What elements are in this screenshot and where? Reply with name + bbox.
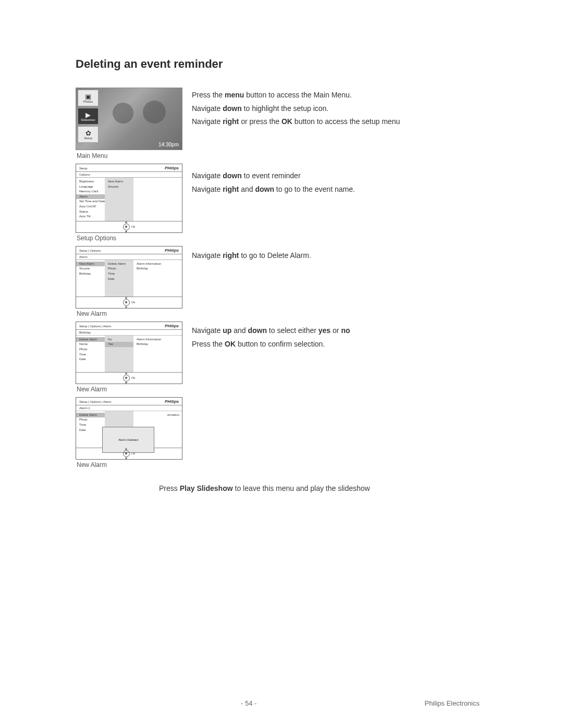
nav-pad-icon [123,450,130,457]
tile-photos: ▣ Photos [78,90,99,106]
menu-section: Alarm [76,254,182,260]
instruction-line: Navigate down to event reminder [192,170,487,182]
breadcrumb: Setup | Options [79,249,101,252]
page-footer: - 54 - Philips Electronics [0,699,563,707]
tile-setup-label: Setup [84,137,92,140]
setup-options-screenshot: Setup PHilips Options BrightnessLanguage… [76,164,182,233]
page-heading: Deleting an event reminder [76,57,487,71]
breadcrumb: Setup | Options | Alarm [79,400,111,403]
breadcrumb: Setup [79,167,88,170]
brand-label: PHilips [165,324,179,328]
nav-pad-icon [123,224,130,230]
tile-photos-label: Photos [83,100,93,103]
tile-slideshow: ▶ Slideshow [78,108,99,125]
ok-label: Ok [131,225,136,228]
menu-section: Birthday [76,330,182,336]
figure-caption-4: New Alarm [77,386,182,393]
menu-col-2: Delete AlarmPhotoTimeDate [105,260,133,297]
menu-section: Options [76,172,182,178]
instruction-line: Press the menu button to access the Main… [192,90,487,101]
instruction-line: Navigate up and down to select either ye… [192,325,487,337]
main-menu-screenshot: ▣ Photos ▶ Slideshow ✿ Setup 14:30pm [76,88,182,150]
ok-label: Ok [131,301,136,304]
alarm-deleted-popup: Alarm Deleted [102,427,154,453]
instruction-line: Press Play Slideshow to leave this menu … [159,484,487,492]
instruction-line: Navigate right or press the OK button to… [192,116,487,128]
menu-col-3: Alarm InformationBirthday [133,336,182,372]
new-alarm-screenshot-2: Setup | Options | Alarm PHilips Birthday… [76,322,182,384]
menu-col-1: BrightnessLanguageMemory Card AlarmSet T… [76,178,105,221]
menu-col-1: New AlarmSnoozeBirthday [76,260,105,297]
menu-col-1: Delete AlarmNamePhotoTimeDate [76,336,105,372]
instruction-line: Press the OK button to confirm selection… [192,339,487,350]
breadcrumb: Setup | Options | Alarm [79,325,111,328]
new-alarm-screenshot-1: Setup | Options PHilips Alarm New AlarmS… [76,246,182,309]
instruction-line: Navigate right to go to Delete Alarm. [192,250,487,262]
menu-col-3 [133,178,182,221]
brand-label: PHilips [165,248,179,253]
menu-col-2: New AlarmSnooze [105,178,133,221]
instruction-line: Navigate down to highlight the setup ico… [192,103,487,115]
slideshow-icon: ▶ [85,112,91,118]
nav-pad-icon [123,299,130,306]
figure-caption-2: Setup Options [77,235,182,242]
photos-icon: ▣ [85,93,91,100]
page-number: - 54 - [241,699,256,707]
tile-setup: ✿ Setup [78,126,99,143]
gear-icon: ✿ [85,130,91,137]
menu-col-3: Alarm InformationBirthday [133,260,182,297]
nav-pad-icon [123,375,130,381]
menu-col-1: Delete AlarmPhotoTimeDate [76,411,105,448]
figure-caption-3: New Alarm [77,310,182,317]
tile-slideshow-label: Slideshow [81,118,95,121]
company-name: Philips Electronics [425,699,480,707]
ok-label: Ok [131,376,136,379]
brand-label: PHilips [165,399,179,404]
menu-col-2: NoYes [105,336,133,372]
instruction-line: Navigate right and down to go to the eve… [192,184,487,195]
brand-label: PHilips [165,166,179,170]
new-alarm-screenshot-3: Setup | Options | Alarm PHilips Alarm 1 … [76,397,182,460]
clock-time: 14:30pm [158,142,179,147]
figure-caption-5: New Alarm [77,461,182,468]
figure-caption-1: Main Menu [77,152,182,159]
menu-section: Alarm 1 [76,405,182,411]
